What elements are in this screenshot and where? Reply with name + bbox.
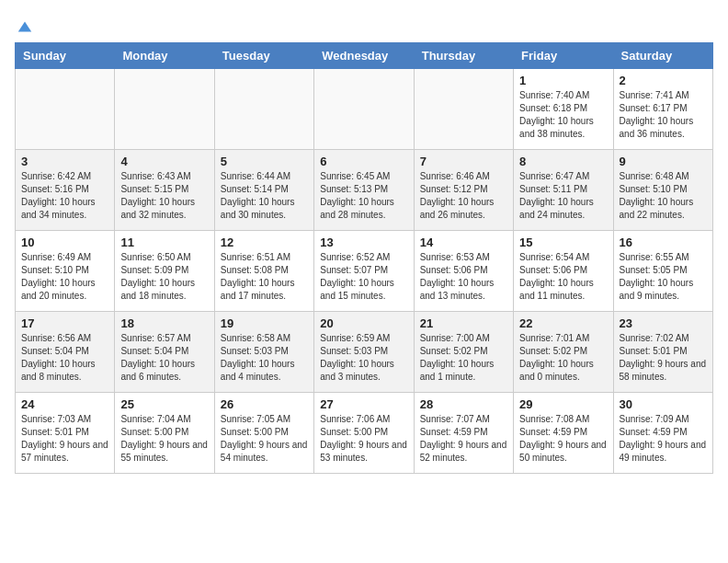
- calendar-table: SundayMondayTuesdayWednesdayThursdayFrid…: [15, 42, 713, 474]
- day-number: 28: [420, 397, 507, 411]
- day-number: 10: [21, 236, 108, 249]
- day-number: 16: [620, 236, 707, 249]
- day-info: Sunrise: 6:51 AMSunset: 5:08 PMDaylight:…: [221, 251, 308, 303]
- day-number: 7: [420, 155, 507, 168]
- calendar-cell: 4Sunrise: 6:43 AMSunset: 5:15 PMDaylight…: [115, 150, 214, 231]
- day-number: 18: [120, 316, 208, 330]
- calendar-week-row: 1Sunrise: 7:40 AMSunset: 6:18 PMDaylight…: [16, 69, 713, 150]
- day-number: 21: [420, 316, 507, 330]
- calendar-cell: 24Sunrise: 7:03 AMSunset: 5:01 PMDayligh…: [16, 393, 115, 474]
- day-number: 15: [519, 236, 607, 249]
- weekday-header-friday: Friday: [514, 43, 613, 69]
- day-number: 5: [221, 155, 308, 168]
- calendar-cell: 3Sunrise: 6:42 AMSunset: 5:16 PMDaylight…: [16, 150, 115, 231]
- calendar-cell: 9Sunrise: 6:48 AMSunset: 5:10 PMDaylight…: [613, 150, 712, 231]
- calendar-cell: 28Sunrise: 7:07 AMSunset: 4:59 PMDayligh…: [414, 393, 513, 474]
- day-info: Sunrise: 6:58 AMSunset: 5:03 PMDaylight:…: [221, 332, 308, 384]
- day-info: Sunrise: 7:00 AMSunset: 5:02 PMDaylight:…: [420, 332, 507, 384]
- day-info: Sunrise: 7:41 AMSunset: 6:17 PMDaylight:…: [620, 89, 707, 141]
- day-info: Sunrise: 6:49 AMSunset: 5:10 PMDaylight:…: [21, 251, 108, 303]
- calendar-cell: 8Sunrise: 6:47 AMSunset: 5:11 PMDaylight…: [514, 150, 613, 231]
- day-number: 29: [519, 397, 607, 411]
- day-info: Sunrise: 6:52 AMSunset: 5:07 PMDaylight:…: [320, 251, 407, 303]
- day-info: Sunrise: 6:56 AMSunset: 5:04 PMDaylight:…: [21, 332, 108, 384]
- calendar-cell: 22Sunrise: 7:01 AMSunset: 5:02 PMDayligh…: [514, 312, 613, 393]
- day-info: Sunrise: 6:59 AMSunset: 5:03 PMDaylight:…: [320, 332, 407, 384]
- calendar-cell: 15Sunrise: 6:54 AMSunset: 5:06 PMDayligh…: [514, 231, 613, 312]
- day-info: Sunrise: 6:53 AMSunset: 5:06 PMDaylight:…: [420, 251, 507, 303]
- calendar-cell: [16, 69, 115, 150]
- logo-icon: [17, 18, 33, 35]
- day-number: 8: [519, 155, 607, 168]
- calendar-cell: 20Sunrise: 6:59 AMSunset: 5:03 PMDayligh…: [314, 312, 414, 393]
- day-number: 27: [320, 397, 407, 411]
- calendar-cell: 21Sunrise: 7:00 AMSunset: 5:02 PMDayligh…: [414, 312, 513, 393]
- calendar-cell: 6Sunrise: 6:45 AMSunset: 5:13 PMDaylight…: [314, 150, 414, 231]
- calendar-cell: 16Sunrise: 6:55 AMSunset: 5:05 PMDayligh…: [613, 231, 712, 312]
- day-info: Sunrise: 7:08 AMSunset: 4:59 PMDaylight:…: [519, 413, 607, 465]
- day-number: 3: [21, 155, 108, 168]
- day-number: 23: [620, 316, 707, 330]
- day-info: Sunrise: 6:50 AMSunset: 5:09 PMDaylight:…: [120, 251, 208, 303]
- day-number: 22: [519, 316, 607, 330]
- svg-marker-0: [18, 22, 31, 32]
- calendar-cell: 23Sunrise: 7:02 AMSunset: 5:01 PMDayligh…: [613, 312, 712, 393]
- calendar-cell: 27Sunrise: 7:06 AMSunset: 5:00 PMDayligh…: [314, 393, 414, 474]
- calendar-week-row: 10Sunrise: 6:49 AMSunset: 5:10 PMDayligh…: [16, 231, 713, 312]
- day-number: 2: [620, 74, 707, 87]
- day-info: Sunrise: 7:04 AMSunset: 5:00 PMDaylight:…: [120, 413, 208, 465]
- day-info: Sunrise: 6:43 AMSunset: 5:15 PMDaylight:…: [120, 170, 208, 222]
- calendar-cell: 11Sunrise: 6:50 AMSunset: 5:09 PMDayligh…: [115, 231, 214, 312]
- day-info: Sunrise: 6:47 AMSunset: 5:11 PMDaylight:…: [519, 170, 607, 222]
- day-number: 11: [120, 236, 208, 249]
- calendar-week-row: 24Sunrise: 7:03 AMSunset: 5:01 PMDayligh…: [16, 393, 713, 474]
- calendar-cell: 7Sunrise: 6:46 AMSunset: 5:12 PMDaylight…: [414, 150, 513, 231]
- day-info: Sunrise: 6:44 AMSunset: 5:14 PMDaylight:…: [221, 170, 308, 222]
- day-info: Sunrise: 6:54 AMSunset: 5:06 PMDaylight:…: [519, 251, 607, 303]
- day-number: 6: [320, 155, 407, 168]
- day-number: 20: [320, 316, 407, 330]
- day-number: 19: [221, 316, 308, 330]
- day-info: Sunrise: 7:40 AMSunset: 6:18 PMDaylight:…: [519, 89, 607, 141]
- day-number: 17: [21, 316, 108, 330]
- weekday-header-thursday: Thursday: [414, 43, 513, 69]
- calendar-cell: 30Sunrise: 7:09 AMSunset: 4:59 PMDayligh…: [613, 393, 712, 474]
- day-number: 26: [221, 397, 308, 411]
- calendar-cell: 1Sunrise: 7:40 AMSunset: 6:18 PMDaylight…: [514, 69, 613, 150]
- weekday-header-monday: Monday: [115, 43, 214, 69]
- calendar-week-row: 3Sunrise: 6:42 AMSunset: 5:16 PMDaylight…: [16, 150, 713, 231]
- day-info: Sunrise: 7:07 AMSunset: 4:59 PMDaylight:…: [420, 413, 507, 465]
- calendar-cell: 26Sunrise: 7:05 AMSunset: 5:00 PMDayligh…: [214, 393, 313, 474]
- calendar-cell: 18Sunrise: 6:57 AMSunset: 5:04 PMDayligh…: [115, 312, 214, 393]
- calendar-cell: [214, 69, 313, 150]
- day-number: 24: [21, 397, 108, 411]
- day-number: 4: [120, 155, 208, 168]
- day-number: 12: [221, 236, 308, 249]
- weekday-header-row: SundayMondayTuesdayWednesdayThursdayFrid…: [16, 43, 713, 69]
- calendar-cell: 29Sunrise: 7:08 AMSunset: 4:59 PMDayligh…: [514, 393, 613, 474]
- day-number: 14: [420, 236, 507, 249]
- day-info: Sunrise: 7:03 AMSunset: 5:01 PMDaylight:…: [21, 413, 108, 465]
- calendar-cell: 13Sunrise: 6:52 AMSunset: 5:07 PMDayligh…: [314, 231, 414, 312]
- calendar-week-row: 17Sunrise: 6:56 AMSunset: 5:04 PMDayligh…: [16, 312, 713, 393]
- logo: [15, 18, 33, 31]
- calendar-cell: 10Sunrise: 6:49 AMSunset: 5:10 PMDayligh…: [16, 231, 115, 312]
- day-number: 9: [620, 155, 707, 168]
- day-number: 25: [120, 397, 208, 411]
- day-info: Sunrise: 6:45 AMSunset: 5:13 PMDaylight:…: [320, 170, 407, 222]
- calendar-cell: [314, 69, 414, 150]
- calendar-cell: [115, 69, 214, 150]
- weekday-header-tuesday: Tuesday: [214, 43, 313, 69]
- day-number: 13: [320, 236, 407, 249]
- day-info: Sunrise: 6:57 AMSunset: 5:04 PMDaylight:…: [120, 332, 208, 384]
- day-info: Sunrise: 6:48 AMSunset: 5:10 PMDaylight:…: [620, 170, 707, 222]
- calendar-cell: 5Sunrise: 6:44 AMSunset: 5:14 PMDaylight…: [214, 150, 313, 231]
- day-info: Sunrise: 7:06 AMSunset: 5:00 PMDaylight:…: [320, 413, 407, 465]
- day-info: Sunrise: 6:55 AMSunset: 5:05 PMDaylight:…: [620, 251, 707, 303]
- day-info: Sunrise: 6:42 AMSunset: 5:16 PMDaylight:…: [21, 170, 108, 222]
- day-info: Sunrise: 7:05 AMSunset: 5:00 PMDaylight:…: [221, 413, 308, 465]
- header: [15, 15, 713, 31]
- day-info: Sunrise: 6:46 AMSunset: 5:12 PMDaylight:…: [420, 170, 507, 222]
- weekday-header-wednesday: Wednesday: [314, 43, 414, 69]
- day-info: Sunrise: 7:09 AMSunset: 4:59 PMDaylight:…: [620, 413, 707, 465]
